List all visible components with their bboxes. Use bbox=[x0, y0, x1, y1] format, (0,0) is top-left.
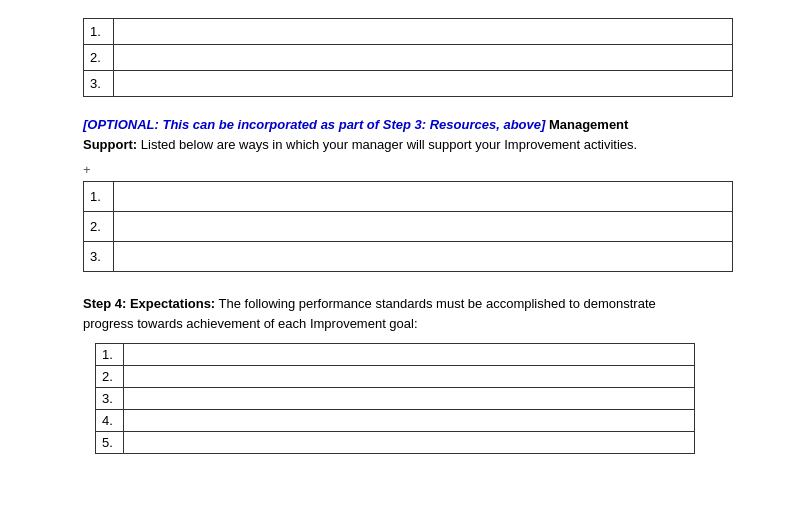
row-content[interactable] bbox=[113, 242, 732, 272]
optional-section: [OPTIONAL: This can be incorporated as p… bbox=[83, 115, 713, 154]
row-number: 4. bbox=[96, 410, 124, 432]
expectations-table: 1. 2. 3. 4. 5. bbox=[95, 343, 695, 454]
row-number: 3. bbox=[84, 71, 114, 97]
row-number: 2. bbox=[84, 212, 114, 242]
plus-icon[interactable]: + bbox=[83, 162, 91, 177]
plus-icon-area: + bbox=[83, 162, 745, 177]
table-row: 2. bbox=[84, 212, 733, 242]
page: 1. 2. 3. [OPTIONAL: This can be incorpor… bbox=[0, 0, 785, 507]
row-content[interactable] bbox=[123, 344, 694, 366]
optional-normal-text: Listed below are ways in which your mana… bbox=[137, 137, 637, 152]
mgmt-support-table: 1. 2. 3. bbox=[83, 181, 733, 272]
table-row: 1. bbox=[84, 182, 733, 212]
row-number: 3. bbox=[96, 388, 124, 410]
table-row: 4. bbox=[96, 410, 695, 432]
step4-section: Step 4: Expectations: The following perf… bbox=[83, 294, 673, 333]
row-number: 2. bbox=[84, 45, 114, 71]
row-content[interactable] bbox=[113, 45, 732, 71]
row-number: 5. bbox=[96, 432, 124, 454]
table-row: 3. bbox=[84, 71, 733, 97]
bold-support: Support: bbox=[83, 137, 137, 152]
row-number: 2. bbox=[96, 366, 124, 388]
row-number: 1. bbox=[84, 19, 114, 45]
row-content[interactable] bbox=[123, 388, 694, 410]
table-row: 3. bbox=[96, 388, 695, 410]
step4-label: Step 4: Expectations: bbox=[83, 296, 215, 311]
row-content[interactable] bbox=[113, 182, 732, 212]
top-numbered-table: 1. 2. 3. bbox=[83, 18, 733, 97]
bold-management: Management bbox=[545, 117, 628, 132]
row-number: 3. bbox=[84, 242, 114, 272]
row-content[interactable] bbox=[123, 410, 694, 432]
row-content[interactable] bbox=[113, 19, 732, 45]
table-row: 2. bbox=[84, 45, 733, 71]
table-row: 5. bbox=[96, 432, 695, 454]
table-row: 2. bbox=[96, 366, 695, 388]
row-content[interactable] bbox=[123, 366, 694, 388]
optional-label: [OPTIONAL: This can be incorporated as p… bbox=[83, 117, 545, 132]
row-number: 1. bbox=[96, 344, 124, 366]
table-row: 1. bbox=[96, 344, 695, 366]
row-content[interactable] bbox=[123, 432, 694, 454]
table-row: 3. bbox=[84, 242, 733, 272]
row-content[interactable] bbox=[113, 71, 732, 97]
row-content[interactable] bbox=[113, 212, 732, 242]
table-row: 1. bbox=[84, 19, 733, 45]
row-number: 1. bbox=[84, 182, 114, 212]
